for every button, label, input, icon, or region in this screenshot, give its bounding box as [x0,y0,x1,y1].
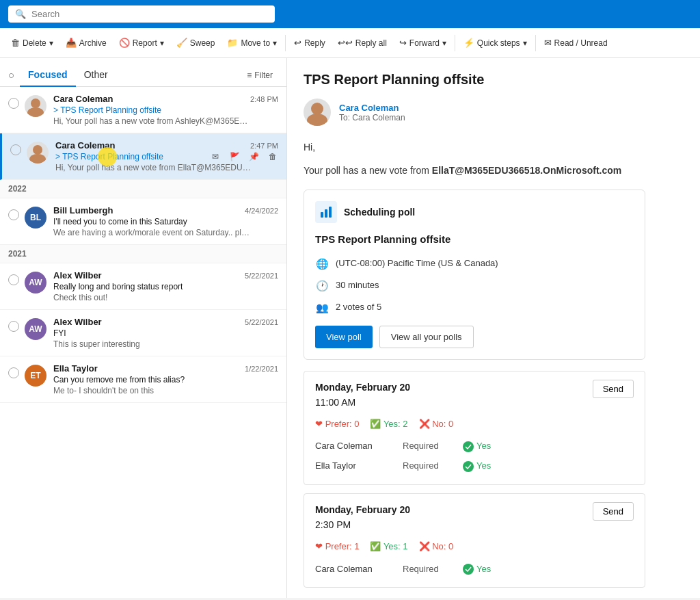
poll-duration: 🕐 30 minutes [315,278,634,294]
reply-button[interactable]: ↩ Reply [288,34,331,51]
time-alex1: 5/22/2021 [245,272,278,280]
email-action-delete-icon[interactable]: 🗑 [265,148,281,165]
slot-date-1: Monday, February 20 [315,502,410,517]
sender-to: To: Cara Coleman [339,113,405,122]
vote-yes-0: ✅ Yes: 2 [370,417,407,432]
avatar-alex1: AW [25,272,46,294]
tab-bar: ○ Focused Other ≡ Filter [0,58,286,87]
email-radio-cara1[interactable] [8,98,19,109]
toolbar: 🗑 Delete ▾ 📥 Archive 🚫 Report ▾ 🧹 Sweep … [0,28,700,58]
email-item-alex1[interactable]: AW Alex Wilber 5/22/2021 Really long and… [0,263,286,310]
slot-header-0: Monday, February 20 11:00 AM Send [315,380,634,410]
email-action-pin-icon[interactable]: 📌 [245,148,262,165]
moveto-button[interactable]: 📁 Move to ▾ [221,34,282,51]
divider-3 [535,35,536,51]
svg-point-3 [29,154,46,164]
reply-icon: ↩ [294,38,301,48]
subject-cara1: > TPS Report Planning offsite [53,105,278,115]
poll-card: Scheduling poll TPS Report Planning offs… [304,190,645,360]
sender-cara1: Cara Coleman [53,94,113,104]
delete-chevron-icon: ▾ [49,38,53,48]
slot-time-1: 2:30 PM [315,517,410,532]
readunread-button[interactable]: ✉ Read / Unread [539,34,613,51]
poll-name: TPS Report Planning offsite [315,231,634,248]
vote-prefer-0: ❤ Prefer: 0 [315,417,359,432]
forward-button[interactable]: ↪ Forward ▾ [394,34,452,51]
email-item-bill[interactable]: BL Bill Lumbergh 4/24/2022 I'll need you… [0,198,286,245]
email-radio-ella[interactable] [8,367,19,378]
tab-focused[interactable]: Focused [20,64,76,87]
search-box[interactable]: 🔍 [8,5,275,23]
vote-row-name-0-ella: Ella Taylor [315,459,397,473]
avatar-ella: ET [25,365,46,387]
email-body: Hi, Your poll has a new vote from EllaT@… [304,140,684,588]
schedule-slot-1: Monday, February 20 2:30 PM Send ❤ Prefe… [304,493,645,588]
slot-header-1: Monday, February 20 2:30 PM Send [315,502,634,533]
quicksteps-button[interactable]: ⚡ Quick steps ▾ [458,34,533,51]
filter-button[interactable]: ≡ Filter [241,68,278,83]
vote-no-1: ❌ No: 0 [419,540,454,554]
archive-icon: 📥 [66,38,77,48]
email-radio-cara2[interactable] [10,144,21,155]
report-icon: 🚫 [119,38,130,48]
sender-ella: Ella Taylor [53,363,98,374]
email-action-flag-icon[interactable]: 🚩 [226,148,243,165]
body-paragraph: Your poll has a new vote from EllaT@M365… [304,163,684,178]
top-bar: 🔍 [0,0,700,28]
vote-summary-0: ❤ Prefer: 0 ✅ Yes: 2 ❌ No: 0 [315,417,634,432]
view-all-polls-button[interactable]: View all your polls [379,326,474,348]
tab-other[interactable]: Other [76,64,116,87]
poll-title-text: Scheduling poll [344,205,415,220]
voter-email: EllaT@M365EDU366518.OnMicrosoft.com [432,165,621,176]
globe-icon: 🌐 [315,256,329,272]
email-actions-cara2: ✉ 🚩 📌 🗑 [207,148,281,165]
filter-icon: ≡ [247,70,252,80]
poll-header: Scheduling poll [315,201,634,223]
preview-alex1: Check this out! [53,293,252,302]
delete-button[interactable]: 🗑 Delete ▾ [5,34,59,51]
email-item-alex2[interactable]: AW Alex Wilber 5/22/2021 FYI This is sup… [0,310,286,356]
email-radio-alex2[interactable] [8,321,19,332]
vote-no-0: ❌ No: 0 [419,417,454,432]
svg-point-5 [307,114,327,126]
time-cara1: 2:48 PM [250,95,278,103]
replyall-button[interactable]: ↩↩ Reply all [332,34,392,51]
vote-result-1-cara: Yes [463,562,491,577]
email-action-message-icon[interactable]: ✉ [207,148,224,165]
subject-alex2: FYI [53,328,278,338]
sweep-button[interactable]: 🧹 Sweep [171,34,221,51]
sender-cara2: Cara Coleman [55,140,115,151]
poll-timezone: 🌐 (UTC-08:00) Pacific Time (US & Canada) [315,256,634,272]
email-radio-alex1[interactable] [8,274,19,285]
preview-alex2: This is super interesting [53,339,252,349]
heart-icon-0: ❤ [315,419,323,429]
avatar-cara2 [27,142,49,164]
vote-result-0-ella: Yes [463,459,491,473]
email-item-ella[interactable]: ET Ella Taylor 1/22/2021 Can you remove … [0,356,286,403]
email-item-cara1[interactable]: Cara Coleman 2:48 PM > TPS Report Planni… [0,87,286,133]
subject-alex1: Really long and boring status report [53,282,278,291]
send-button-0[interactable]: Send [593,380,634,398]
svg-point-2 [33,145,42,155]
archive-button[interactable]: 📥 Archive [60,34,112,51]
view-poll-button[interactable]: View poll [315,326,373,348]
poll-votes: 👥 2 votes of 5 [315,300,634,316]
send-button-1[interactable]: Send [593,502,634,521]
email-item-cara2[interactable]: Cara Coleman 2:47 PM > TPS Report Planni… [0,133,286,180]
subject-ella: Can you remove me from this alias? [53,375,278,384]
search-input[interactable] [31,9,268,19]
sender-bill: Bill Lumbergh [53,205,113,216]
heart-icon-1: ❤ [315,541,323,551]
svg-rect-7 [325,209,327,218]
forward-icon: ↪ [399,38,407,48]
greeting: Hi, [304,140,684,155]
slot-date-0: Monday, February 20 [315,380,410,395]
email-radio-bill[interactable] [8,209,19,220]
svg-point-9 [463,441,474,452]
report-button[interactable]: 🚫 Report ▾ [113,34,170,51]
poll-buttons: View poll View all your polls [315,326,634,348]
search-icon: 🔍 [15,9,26,19]
sender-info: Cara Coleman To: Cara Coleman [304,99,684,126]
avatar-alex2: AW [25,318,46,340]
email-list: Cara Coleman 2:48 PM > TPS Report Planni… [0,87,286,598]
